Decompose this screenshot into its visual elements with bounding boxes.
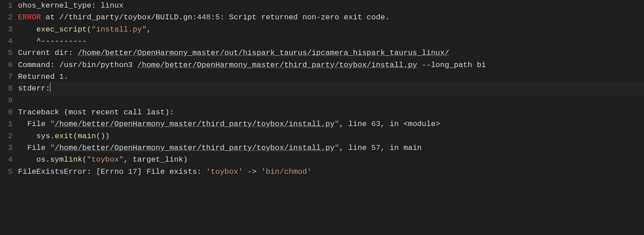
line-number: 6 — [0, 59, 13, 71]
code-token: " — [335, 120, 339, 128]
code-token: " — [50, 120, 54, 128]
code-token: ERROR — [18, 13, 41, 22]
code-token: exit — [55, 132, 73, 140]
code-token: /home/better/OpenHarmony_master/out/hisp… — [78, 49, 449, 57]
code-token: Returned — [18, 72, 59, 81]
line-number: 9 — [0, 95, 13, 107]
code-token: " — [335, 144, 339, 152]
code-token: "toybox" — [87, 155, 124, 164]
code-token: ^---------- — [18, 37, 87, 45]
code-token: ] File exists: — [137, 167, 206, 176]
code-token: sys. — [18, 132, 55, 140]
code-token: 63 — [371, 120, 380, 128]
code-token: -> — [243, 167, 261, 176]
code-line[interactable]: FileExistsError: [Errno 17] File exists:… — [18, 166, 644, 178]
code-token: 17 — [128, 167, 137, 176]
code-token: ( — [82, 155, 87, 164]
line-number: 1 — [0, 118, 13, 130]
code-token: : Script returned non-zero exit code. — [220, 13, 389, 22]
code-token: os. — [18, 155, 50, 164]
code-token: "install.py" — [91, 25, 146, 34]
code-token: /home/better/OpenHarmony_master/third_pa… — [55, 144, 335, 152]
code-token: 'bin/chmod' — [261, 167, 312, 176]
code-token: at //third_party/toybox/BUILD.gn: — [41, 13, 197, 22]
code-line[interactable]: exec_script("install.py", — [18, 24, 644, 36]
code-token: symlink — [50, 155, 82, 164]
code-token: 1 — [59, 72, 64, 81]
line-number: 0 — [0, 107, 13, 118]
code-token: main — [78, 132, 96, 140]
code-token: FileExistsError: [Errno — [18, 167, 128, 176]
code-token: Current dir: — [18, 49, 78, 57]
code-line[interactable]: ohos_kernel_type: linux — [18, 0, 644, 12]
code-line[interactable]: File "/home/better/OpenHarmony_master/th… — [18, 142, 644, 154]
code-editor[interactable]: 123456789012345 ohos_kernel_type: linuxE… — [0, 0, 644, 178]
code-line[interactable]: Current dir: /home/better/OpenHarmony_ma… — [18, 47, 644, 59]
code-token: exec_script — [36, 25, 87, 34]
code-token: ( — [73, 132, 77, 140]
code-token: 5 — [215, 13, 220, 22]
code-token: ( — [87, 25, 91, 34]
line-number: 2 — [0, 12, 13, 23]
code-token: , target_link) — [124, 155, 188, 164]
code-token: : — [210, 13, 215, 22]
line-number: 3 — [0, 142, 13, 154]
code-token: 448 — [197, 13, 211, 22]
code-token: Traceback (most recent call last): — [18, 108, 174, 117]
code-token: --long_path bi — [417, 61, 486, 69]
code-token: ()) — [96, 132, 110, 140]
code-line[interactable]: stderr: — [18, 83, 644, 95]
code-line[interactable]: ERROR at //third_party/toybox/BUILD.gn:4… — [18, 12, 644, 23]
text-cursor — [50, 83, 50, 92]
code-token — [18, 25, 36, 34]
code-line[interactable]: sys.exit(main()) — [18, 131, 644, 142]
line-number: 7 — [0, 71, 13, 83]
code-line[interactable]: ^---------- — [18, 36, 644, 47]
code-token: Command: /usr/bin/python3 — [18, 61, 137, 69]
line-number-gutter: 123456789012345 — [0, 0, 18, 178]
line-number: 4 — [0, 154, 13, 166]
code-line[interactable]: Traceback (most recent call last): — [18, 107, 644, 118]
code-line[interactable]: os.symlink("toybox", target_link) — [18, 154, 644, 166]
line-number: 4 — [0, 36, 13, 47]
code-token: , line — [339, 120, 371, 128]
line-number: 8 — [0, 83, 13, 95]
line-number: 5 — [0, 166, 13, 178]
code-token: /home/better/OpenHarmony_master/third_pa… — [55, 120, 335, 128]
code-line[interactable] — [18, 95, 644, 107]
code-token: stderr: — [18, 84, 50, 93]
code-token: " — [50, 144, 54, 152]
code-token: File — [18, 144, 50, 152]
code-content[interactable]: ohos_kernel_type: linuxERROR at //third_… — [18, 0, 644, 178]
code-token: , in <module> — [380, 120, 440, 128]
code-token: /home/better/OpenHarmony_master/third_pa… — [137, 61, 417, 69]
code-line[interactable]: File "/home/better/OpenHarmony_master/th… — [18, 118, 644, 130]
line-number: 1 — [0, 0, 13, 12]
code-token: 'toybox' — [206, 167, 243, 176]
code-token: , — [147, 25, 151, 34]
code-token: 57 — [371, 144, 380, 152]
code-token: File — [18, 120, 50, 128]
line-number: 3 — [0, 24, 13, 36]
code-line[interactable]: Returned 1. — [18, 71, 644, 83]
line-number: 2 — [0, 131, 13, 142]
line-number: 5 — [0, 47, 13, 59]
code-token: ohos_kernel_type: linux — [18, 1, 124, 10]
code-token: . — [64, 72, 68, 81]
code-line[interactable]: Command: /usr/bin/python3 /home/better/O… — [18, 59, 644, 71]
code-token: , in main — [380, 144, 422, 152]
code-token: , line — [339, 144, 371, 152]
